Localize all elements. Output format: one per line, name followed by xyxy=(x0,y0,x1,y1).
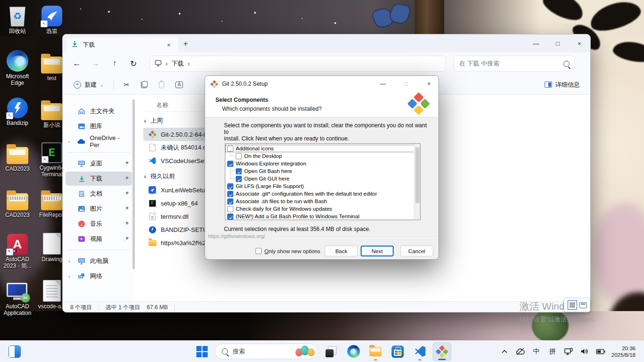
gitforwindows-link[interactable]: https://gitforwindows.org/ xyxy=(208,233,265,239)
taskbar-vscode[interactable] xyxy=(411,342,429,361)
cut-icon: ✂ xyxy=(124,81,130,89)
components-list[interactable]: Additional icons On the Desktop Windows … xyxy=(225,143,421,220)
taskbar-edge[interactable] xyxy=(344,342,363,361)
component-row[interactable]: Associate .git* configuration files with… xyxy=(225,190,420,197)
refresh-button[interactable]: ↻ xyxy=(125,56,142,72)
checkbox[interactable] xyxy=(236,176,242,182)
details-pane-button[interactable]: 详细信息 xyxy=(541,78,584,92)
gallery-icon xyxy=(77,122,86,131)
back-button[interactable]: ← xyxy=(68,56,85,72)
network-tray-icon[interactable] xyxy=(561,344,576,360)
component-row[interactable]: Windows Explorer integration xyxy=(225,160,420,167)
dialog-minimize-button[interactable]: — xyxy=(373,76,392,92)
taskbar-store[interactable] xyxy=(388,342,407,361)
sidebar-item-documents[interactable]: 文档 xyxy=(66,187,132,201)
taskbar-git-setup[interactable] xyxy=(433,342,452,361)
taskbar-clock[interactable]: 20:36 2025/8/18 xyxy=(610,345,639,358)
desktop-icon-cad2023-zip[interactable]: CAD2023 xyxy=(2,188,33,218)
dialog-title-bar[interactable]: Git 2.50.0.2 Setup — □ × xyxy=(205,76,438,92)
widgets-button[interactable] xyxy=(7,344,23,360)
components-scrollbar[interactable] xyxy=(414,144,420,220)
maximize-button[interactable]: □ xyxy=(547,34,569,52)
close-button[interactable]: × xyxy=(569,34,590,52)
folder-icon xyxy=(41,57,63,74)
forward-button[interactable]: → xyxy=(87,56,104,72)
desktop-icon xyxy=(77,159,86,168)
sidebar-item-this-pc[interactable]: › 此电脑 xyxy=(66,254,132,268)
sidebar-item-onedrive[interactable]: › OneDrive - Per xyxy=(66,134,132,148)
sidebar-item-gallery[interactable]: 图库 xyxy=(66,119,132,133)
desktop-icon-recycle-bin[interactable]: ♻ 回收站 xyxy=(2,4,33,34)
rename-button[interactable]: A xyxy=(171,79,187,91)
dialog-close-button[interactable]: × xyxy=(420,76,438,92)
checkbox[interactable] xyxy=(236,168,242,174)
onedrive-tray-icon[interactable] xyxy=(513,344,528,360)
rename-icon: A xyxy=(175,82,183,88)
windows-logo-icon xyxy=(197,346,208,357)
sidebar-item-network[interactable]: › 网络 xyxy=(66,269,132,283)
component-row[interactable]: Associate .sh files to be run with Bash xyxy=(225,197,420,205)
dll-file-icon: ⚙ xyxy=(148,212,157,221)
sidebar-item-pictures[interactable]: 图片 xyxy=(66,202,132,216)
ime-menu-icon[interactable] xyxy=(568,300,577,310)
checkbox[interactable] xyxy=(227,206,233,212)
minimize-button[interactable]: — xyxy=(525,34,547,52)
component-row[interactable]: Git LFS (Large File Support) xyxy=(225,182,420,190)
checkbox[interactable] xyxy=(256,248,262,254)
paste-button[interactable] xyxy=(155,79,168,91)
sidebar-item-home[interactable]: 主文件夹 xyxy=(66,104,132,118)
component-row[interactable]: Check daily for Git for Windows updates xyxy=(225,205,420,213)
start-button[interactable] xyxy=(193,342,212,361)
tray-chevron-up-icon[interactable] xyxy=(497,344,512,360)
component-row[interactable]: (NEW!) Add a Git Bash Profile to Windows… xyxy=(225,213,420,220)
taskbar-file-explorer[interactable] xyxy=(366,342,385,361)
component-row[interactable]: Open Git Bash here xyxy=(225,167,420,175)
file-icon xyxy=(148,143,157,152)
pin-icon xyxy=(124,221,129,227)
breadcrumb-folder[interactable]: 下载 xyxy=(172,59,184,68)
checkbox[interactable] xyxy=(236,153,242,159)
cut-button[interactable]: ✂ xyxy=(120,78,134,92)
cygwin-icon: E xyxy=(41,142,62,163)
tab-close-icon[interactable]: × xyxy=(164,40,173,49)
desktop-icon-autocad[interactable]: ACAD AutoCAD 2023 - 简... xyxy=(2,232,33,269)
volume-tray-icon[interactable] xyxy=(578,344,592,360)
tab-downloads[interactable]: 下载 × xyxy=(66,37,178,52)
remote-app-icon: >< xyxy=(7,283,28,302)
back-button[interactable]: Back xyxy=(325,246,358,256)
ime-keyboard-icon[interactable] xyxy=(579,302,587,308)
ime-pinyin-indicator[interactable]: 拼 xyxy=(545,344,560,360)
sidebar-item-videos[interactable]: 视频 xyxy=(66,232,132,246)
search-box[interactable]: 在 下载 中搜索 xyxy=(454,56,575,72)
component-row[interactable]: On the Desktop xyxy=(225,152,420,160)
checkbox[interactable] xyxy=(227,214,233,220)
sidebar-item-desktop[interactable]: 桌面 xyxy=(66,156,132,171)
copy-button[interactable] xyxy=(137,78,152,91)
taskbar-search[interactable]: 搜索 xyxy=(215,344,319,359)
desktop-icon-xunlei[interactable]: 迅雷 xyxy=(36,4,67,34)
sidebar-item-music[interactable]: ♪ 音乐 xyxy=(66,217,132,231)
up-button[interactable]: ↑ xyxy=(106,56,123,72)
new-button[interactable]: + 新建 ⌄ xyxy=(69,78,108,92)
sidebar-item-downloads[interactable]: 下载 xyxy=(66,172,132,186)
battery-tray-icon[interactable] xyxy=(594,344,608,360)
ime-mode-indicator[interactable]: 中 xyxy=(529,344,544,360)
ime-toolbar[interactable] xyxy=(564,298,590,312)
breadcrumb[interactable]: › 下载 › xyxy=(149,56,446,72)
new-tab-button[interactable]: + xyxy=(183,40,188,48)
checkbox[interactable] xyxy=(227,191,233,197)
desktop-icon-autocad-application[interactable]: >< AutoCAD Application xyxy=(2,279,33,316)
desktop-icon-cad2023-folder[interactable]: CAD2023 xyxy=(2,141,33,172)
component-row[interactable]: Open Git GUI here xyxy=(225,175,420,182)
checkbox[interactable] xyxy=(227,198,233,205)
component-row[interactable]: Additional icons xyxy=(225,145,420,152)
only-show-new-options[interactable]: Only show new options xyxy=(256,248,320,254)
desktop-icon-bandizip[interactable]: Bandizip xyxy=(2,96,33,126)
task-view-button[interactable] xyxy=(322,342,341,361)
cancel-button[interactable]: Cancel xyxy=(400,246,433,256)
next-button[interactable]: Next xyxy=(361,246,394,256)
selected-count: 选中 1 个项目 xyxy=(106,304,140,312)
task-view-icon xyxy=(326,346,337,357)
checkbox[interactable] xyxy=(227,183,233,189)
desktop-icon-edge[interactable]: Microsoft Edge xyxy=(2,49,33,86)
